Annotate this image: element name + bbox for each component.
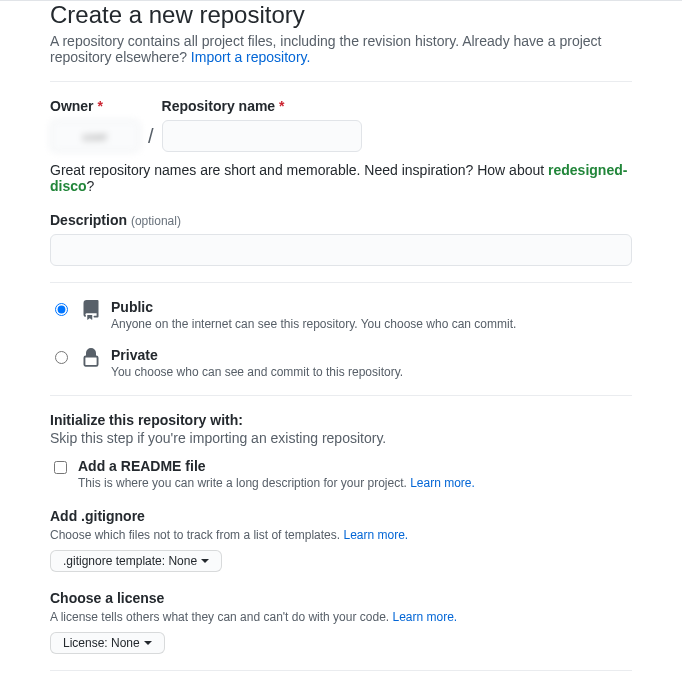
- divider: [50, 670, 632, 671]
- add-readme-label: Add a README file: [78, 458, 475, 474]
- description-label-text: Description: [50, 212, 127, 228]
- repo-name-input[interactable]: [162, 120, 362, 152]
- license-dropdown-label: License: None: [63, 636, 140, 650]
- visibility-public-desc: Anyone on the internet can see this repo…: [111, 317, 516, 331]
- license-desc-text: A license tells others what they can and…: [50, 610, 393, 624]
- description-input[interactable]: [50, 234, 632, 266]
- owner-repo-separator: /: [148, 125, 154, 152]
- visibility-private-label: Private: [111, 347, 403, 363]
- import-repository-link[interactable]: Import a repository.: [191, 49, 311, 65]
- owner-chip-text: user: [82, 129, 107, 144]
- readme-desc-text: This is where you can write a long descr…: [78, 476, 410, 490]
- license-heading: Choose a license: [50, 590, 632, 606]
- initialize-skip-text: Skip this step if you're importing an ex…: [50, 430, 632, 446]
- visibility-private-radio[interactable]: [55, 351, 68, 364]
- gitignore-heading: Add .gitignore: [50, 508, 632, 524]
- license-dropdown[interactable]: License: None: [50, 632, 165, 654]
- description-label: Description (optional): [50, 212, 181, 228]
- gitignore-desc-text: Choose which files not to track from a l…: [50, 528, 343, 542]
- description-optional: (optional): [131, 214, 181, 228]
- visibility-public-radio[interactable]: [55, 303, 68, 316]
- chevron-down-icon: [201, 559, 209, 563]
- license-desc: A license tells others what they can and…: [50, 610, 632, 624]
- owner-selector[interactable]: user: [50, 120, 140, 152]
- divider: [50, 81, 632, 82]
- gitignore-desc: Choose which files not to track from a l…: [50, 528, 632, 542]
- chevron-down-icon: [144, 641, 152, 645]
- owner-label: Owner *: [50, 98, 140, 114]
- repo-name-label: Repository name *: [162, 98, 362, 114]
- divider: [50, 282, 632, 283]
- page-title: Create a new repository: [50, 1, 632, 29]
- owner-label-text: Owner: [50, 98, 94, 114]
- readme-learn-more-link[interactable]: Learn more.: [410, 476, 475, 490]
- repo-name-label-text: Repository name: [162, 98, 276, 114]
- repo-icon: [81, 300, 101, 323]
- visibility-private-desc: You choose who can see and commit to thi…: [111, 365, 403, 379]
- license-learn-more-link[interactable]: Learn more.: [393, 610, 458, 624]
- required-asterisk: *: [279, 98, 284, 114]
- gitignore-template-dropdown[interactable]: .gitignore template: None: [50, 550, 222, 572]
- helper-pre: Great repository names are short and mem…: [50, 162, 548, 178]
- add-readme-checkbox[interactable]: [54, 461, 67, 474]
- gitignore-dropdown-label: .gitignore template: None: [63, 554, 197, 568]
- visibility-public-label: Public: [111, 299, 516, 315]
- lock-icon: [81, 348, 101, 371]
- page-subtitle: A repository contains all project files,…: [50, 33, 632, 65]
- initialize-heading: Initialize this repository with:: [50, 412, 632, 428]
- repo-name-helper: Great repository names are short and mem…: [50, 162, 632, 194]
- helper-post: ?: [87, 178, 95, 194]
- subtitle-text: A repository contains all project files,…: [50, 33, 601, 65]
- divider: [50, 395, 632, 396]
- gitignore-learn-more-link[interactable]: Learn more.: [343, 528, 408, 542]
- required-asterisk: *: [97, 98, 102, 114]
- add-readme-desc: This is where you can write a long descr…: [78, 476, 475, 490]
